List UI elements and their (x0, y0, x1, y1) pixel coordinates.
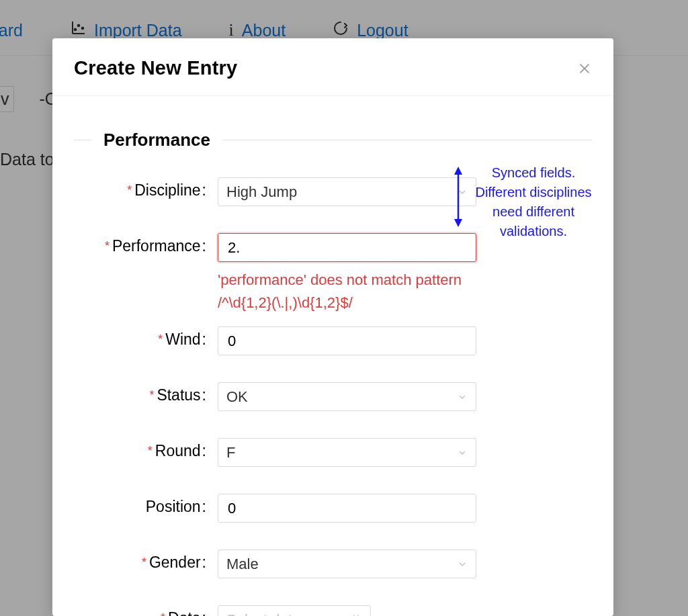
wind-input-wrap (218, 326, 476, 355)
performance-input-wrap (218, 233, 476, 262)
label-position: Position: (74, 494, 208, 516)
position-input-wrap (218, 494, 476, 523)
annotation-text: Synced fields. Different disciplines nee… (466, 163, 601, 241)
chevron-down-icon (457, 559, 468, 570)
row-position: Position: (74, 494, 592, 523)
position-input[interactable] (226, 499, 468, 518)
status-value: OK (226, 388, 248, 406)
label-wind: *Wind: (74, 326, 208, 349)
modal-title: Create New Entry (74, 57, 237, 79)
label-round: *Round: (74, 438, 208, 460)
row-gender: *Gender: Male (74, 549, 592, 578)
chevron-down-icon (457, 447, 468, 458)
modal-body: Performance *Discipline: High Jump *Perf… (52, 96, 613, 616)
discipline-value: High Jump (226, 183, 297, 201)
date-placeholder: Select date (226, 611, 300, 616)
required-icon: * (142, 556, 146, 569)
svg-marker-12 (454, 167, 462, 175)
row-round: *Round: F (74, 438, 592, 467)
label-gender: *Gender: (74, 549, 208, 572)
annotation-arrow (452, 167, 465, 230)
gender-select[interactable]: Male (218, 549, 476, 578)
row-date: *Date: Select date (74, 605, 592, 616)
label-status: *Status: (74, 382, 208, 404)
required-icon: * (149, 388, 154, 402)
required-icon: * (127, 183, 132, 197)
section-legend: Performance (74, 130, 592, 150)
performance-input[interactable] (226, 238, 468, 257)
required-icon: * (105, 239, 110, 253)
gender-value: Male (226, 556, 259, 573)
svg-marker-13 (454, 219, 462, 227)
date-picker[interactable]: Select date (218, 605, 371, 616)
status-select[interactable]: OK (218, 382, 476, 411)
close-button[interactable] (577, 61, 592, 76)
round-value: F (226, 444, 235, 461)
label-discipline: *Discipline: (74, 177, 208, 200)
required-icon: * (148, 444, 153, 457)
divider (222, 140, 592, 140)
discipline-select[interactable]: High Jump (218, 177, 476, 206)
round-select[interactable]: F (218, 438, 476, 467)
required-icon: * (161, 611, 165, 616)
performance-error: 'performance' does not match pattern /^\… (218, 269, 483, 314)
label-date: *Date: (74, 605, 208, 616)
close-icon (577, 61, 592, 76)
required-icon: * (158, 333, 163, 346)
label-performance: *Performance: (74, 233, 208, 255)
divider (74, 140, 91, 140)
row-wind: *Wind: (74, 326, 592, 355)
modal-header: Create New Entry (52, 38, 613, 96)
chevron-down-icon (457, 392, 468, 402)
create-entry-modal: Create New Entry Performance *Discipline… (52, 38, 613, 616)
section-title: Performance (103, 130, 210, 150)
row-status: *Status: OK (74, 382, 592, 411)
wind-input[interactable] (226, 332, 468, 351)
